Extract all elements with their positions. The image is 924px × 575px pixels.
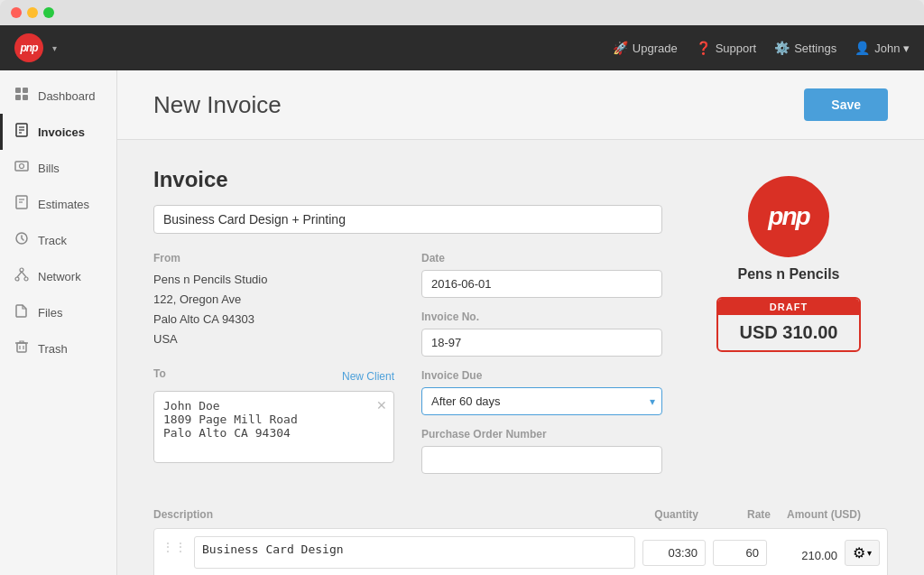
amount-header: Amount (USD) [780,508,888,521]
bills-label: Bills [38,162,60,175]
svg-rect-19 [17,343,26,352]
svg-point-14 [20,268,23,272]
to-label: To [153,367,166,380]
line-items: Description Quantity Rate Amount (USD) ⋮… [153,508,888,575]
from-section: From Pens n Pencils Studio 122, Oregon A… [153,252,394,487]
invoice-due-label: Invoice Due [421,369,662,382]
description-input[interactable]: Business Card Design [194,536,635,569]
invoice-form-grid: From Pens n Pencils Studio 122, Oregon A… [153,252,662,487]
save-button[interactable]: Save [804,88,888,121]
sidebar-item-estimates[interactable]: Estimates [0,186,116,222]
topnav-logo-area: pnp ▾ [14,33,57,62]
main-content: New Invoice Save Invoice From [117,70,924,575]
sidebar-item-dashboard[interactable]: Dashboard [0,78,116,114]
date-label: Date [421,252,662,264]
app: pnp ▾ 🚀 Upgrade ❓ Support ⚙️ Settings 👤 … [0,25,924,575]
traffic-lights [11,7,54,18]
sidebar-item-track[interactable]: Track [0,222,116,258]
dashboard-icon [14,87,29,105]
user-nav-item[interactable]: 👤 John ▾ [855,41,910,55]
estimates-label: Estimates [38,198,89,211]
page-header: New Invoice Save [117,70,924,140]
logo-text: pnp [21,42,38,54]
brand-logo-circle: pnp [748,176,829,257]
files-icon [14,303,29,321]
page-title: New Invoice [153,91,282,119]
topnav: pnp ▾ 🚀 Upgrade ❓ Support ⚙️ Settings 👤 … [0,25,924,70]
amount-value: 210.00 [774,543,837,562]
invoice-right: pnp Pens n Pencils DRAFT USD 310.00 [689,167,888,487]
svg-point-16 [24,277,28,281]
support-label: Support [716,42,757,55]
gear-icon: ⚙ [853,544,865,561]
from-info: Pens n Pencils Studio 122, Oregon Ave Pa… [153,270,394,349]
settings-label: Settings [794,42,836,55]
rate-input[interactable] [713,540,767,566]
invoice-body: Invoice From Pens n Pencils Studio 122, … [117,140,924,575]
user-icon: 👤 [855,41,870,55]
draft-badge: DRAFT USD 310.00 [716,297,861,352]
invoice-due-select[interactable]: After 30 days After 60 days After 90 day… [421,387,662,415]
invoice-section-title: Invoice [153,167,662,192]
svg-rect-2 [15,95,21,100]
invoice-name-input[interactable] [153,205,662,234]
svg-rect-1 [23,88,28,93]
date-input[interactable] [421,270,662,298]
app-logo[interactable]: pnp [14,33,43,62]
brand-logo-area: pnp Pens n Pencils [738,176,840,297]
from-label: From [153,252,394,264]
invoice-due-field-group: Invoice Due After 30 days After 60 days … [421,369,662,415]
to-clear-button[interactable]: ✕ [376,398,387,413]
settings-nav-item[interactable]: ⚙️ Settings [774,41,836,55]
invoices-label: Invoices [38,125,85,139]
bills-icon [14,159,29,177]
logo-dropdown-arrow[interactable]: ▾ [52,43,57,53]
track-icon [14,231,29,249]
description-header: Description [153,508,617,521]
quantity-header: Quantity [617,508,707,521]
sidebar-item-bills[interactable]: Bills [0,150,116,186]
invoice-top: Invoice From Pens n Pencils Studio 122, … [153,167,888,487]
support-nav-item[interactable]: ❓ Support [696,41,757,55]
upgrade-nav-item[interactable]: 🚀 Upgrade [613,41,678,55]
svg-rect-8 [15,162,28,171]
invoice-no-input[interactable] [421,329,662,357]
date-field-group: Date [421,252,662,298]
brand-logo-text: pnp [768,202,808,231]
upgrade-icon: 🚀 [613,41,628,55]
close-button[interactable] [11,7,22,18]
network-icon [14,267,29,285]
line-items-header: Description Quantity Rate Amount (USD) [153,508,888,521]
invoice-no-field-group: Invoice No. [421,311,662,357]
draft-label: DRAFT [718,299,859,315]
gear-dropdown-arrow: ▾ [867,548,872,558]
svg-line-17 [17,272,22,277]
sidebar: Dashboard Invoices Bills Estimates [0,70,117,575]
sidebar-item-invoices[interactable]: Invoices [0,114,116,150]
quantity-input[interactable] [642,540,706,566]
trash-label: Trash [38,342,68,356]
drag-handle-icon[interactable]: ⋮⋮ [162,536,187,554]
svg-point-15 [15,277,19,281]
rate-header: Rate [707,508,780,521]
gear-button[interactable]: ⚙ ▾ [845,540,880,566]
topnav-right: 🚀 Upgrade ❓ Support ⚙️ Settings 👤 John ▾ [613,41,910,55]
sidebar-item-files[interactable]: Files [0,294,116,330]
estimates-icon [14,195,29,213]
settings-icon: ⚙️ [774,41,790,55]
brand-name: Pens n Pencils [738,266,840,283]
draft-amount: USD 310.00 [718,315,859,350]
main-layout: Dashboard Invoices Bills Estimates [0,70,924,575]
maximize-button[interactable] [43,7,54,18]
svg-line-18 [22,272,26,277]
minimize-button[interactable] [27,7,38,18]
dashboard-label: Dashboard [38,89,96,103]
sidebar-item-trash[interactable]: Trash [0,330,116,366]
line-item-inputs-row: Business Card Design 210.00 ⚙ ▾ [194,536,880,569]
po-number-input[interactable] [421,446,662,474]
line-item-content: Business Card Design 210.00 ⚙ ▾ ⊞ [194,536,880,575]
to-textarea[interactable]: John Doe 1809 Page Mill Road Palo Alto C… [153,391,394,463]
new-client-link[interactable]: New Client [342,370,394,383]
sidebar-item-network[interactable]: Network [0,258,116,294]
from-line3: Palo Alto CA 94303 [153,310,394,329]
